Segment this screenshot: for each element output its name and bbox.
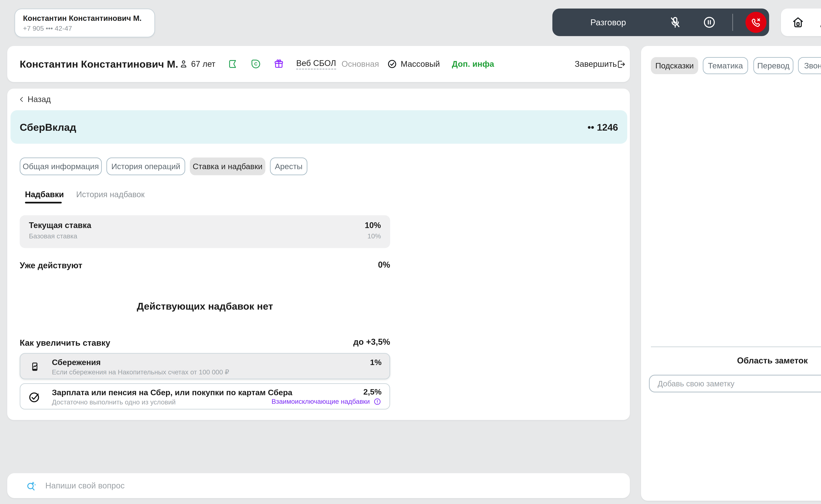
hold-call-button[interactable] — [702, 15, 717, 30]
deposit-details-card: Назад СберВклад •• 1246 Общая информация… — [7, 89, 630, 420]
tab-arrests[interactable]: Аресты — [270, 157, 307, 175]
c-badge-icon[interactable]: C — [250, 58, 262, 70]
call-control-panel: Разговор — [552, 9, 769, 36]
subtab-bonuses[interactable]: Надбавки — [25, 190, 64, 199]
back-button[interactable] — [18, 95, 26, 103]
profile-button[interactable] — [817, 15, 821, 30]
customer-phone: +7 905 ••• 42-47 — [23, 25, 72, 32]
notes-title: Область заметок — [651, 356, 821, 365]
increase-rate-max-value: до +3,5% — [325, 337, 390, 347]
info-icon[interactable] — [373, 397, 382, 406]
assistant-tab-topic[interactable]: Тематика — [703, 57, 748, 74]
client-segment: Массовый — [401, 46, 440, 82]
assistant-tab-hints[interactable]: Подсказки — [651, 57, 698, 74]
salary-check-circle-icon — [28, 390, 41, 404]
active-bonuses-label: Уже действуют — [20, 261, 82, 270]
gift-badge-icon[interactable] — [273, 58, 284, 70]
phone-hangup-icon — [750, 16, 762, 29]
active-customer-card[interactable]: Константин Константинович М. +7 905 ••• … — [14, 9, 155, 37]
segment-check-icon — [387, 59, 397, 69]
bonus-option-savings[interactable]: Сбережения Если сбережения на Накопитель… — [20, 353, 390, 379]
deposit-title: СберВклад — [20, 121, 76, 133]
note-input-box[interactable]: 0 / 30 — [649, 375, 821, 392]
call-line-label: Основная — [342, 46, 379, 82]
flag-badge-icon[interactable] — [227, 58, 239, 70]
note-input[interactable] — [656, 378, 821, 389]
finish-call-button[interactable]: Завершить — [575, 46, 617, 82]
tab-rate-and-bonuses[interactable]: Ставка и надбавки — [190, 157, 265, 175]
chevron-left-icon — [18, 95, 26, 103]
logout-icon[interactable] — [615, 59, 626, 70]
savings-chart-icon — [29, 361, 41, 373]
base-rate-value: 10% — [368, 232, 381, 240]
assistant-tab-call[interactable]: Звонок — [798, 57, 821, 74]
current-rate-value: 10% — [365, 221, 381, 230]
ai-question-bar[interactable] — [7, 473, 630, 498]
top-navigation-pill — [781, 9, 821, 36]
person-icon — [817, 15, 821, 30]
tab-general-info[interactable]: Общая информация — [20, 157, 102, 175]
tab-operations-history[interactable]: История операций — [106, 157, 185, 175]
back-label[interactable]: Назад — [28, 95, 51, 104]
home-icon — [791, 15, 805, 30]
pause-circle-icon — [702, 15, 717, 30]
client-name: Константин Константинович М. — [20, 46, 178, 82]
notes-divider — [651, 347, 821, 347]
deposit-masked-number: •• 1246 — [587, 122, 618, 133]
microphone-off-icon — [668, 15, 683, 30]
bonus-option-salary[interactable]: Зарплата или пенсия на Сбер, или покупки… — [20, 383, 390, 409]
subtab-bonus-history[interactable]: История надбавок — [76, 190, 144, 199]
subtab-active-underline — [25, 202, 62, 203]
increase-rate-label: Как увеличить ставку — [20, 338, 110, 348]
ai-search-icon — [25, 479, 37, 492]
no-bonuses-message: Действующих надбавок нет — [20, 301, 390, 312]
current-rate-label: Текущая ставка — [29, 221, 91, 230]
call-status-label: Разговор — [579, 9, 638, 36]
active-bonuses-value: 0% — [348, 260, 390, 270]
mutually-exclusive-note[interactable]: Взаимоисключающие надбавки — [272, 398, 370, 405]
svg-text:C: C — [254, 62, 257, 66]
client-age: 67 лет — [191, 46, 216, 82]
question-input[interactable] — [44, 480, 630, 491]
current-rate-card: Текущая ставка 10% Базовая ставка 10% — [20, 215, 390, 248]
customer-name: Константин Константинович М. — [23, 14, 141, 23]
base-rate-label: Базовая ставка — [29, 232, 77, 240]
deposit-title-banner: СберВклад •• 1246 — [11, 110, 627, 144]
age-person-icon — [179, 59, 188, 69]
home-button[interactable] — [791, 15, 805, 30]
assistant-panel: Подсказки Тематика Перевод Звонок Чат Об… — [641, 46, 821, 501]
client-header-card: Константин Константинович М. 67 лет C Ве… — [7, 46, 630, 82]
call-panel-divider — [732, 14, 733, 31]
assistant-tab-transfer[interactable]: Перевод — [753, 57, 793, 74]
end-call-button[interactable] — [746, 12, 767, 33]
app-window: Константин Константинович М. +7 905 ••• … — [0, 0, 821, 504]
mute-microphone-button[interactable] — [668, 15, 683, 30]
extra-info-link[interactable]: Доп. инфа — [452, 46, 494, 82]
client-channel[interactable]: Веб СБОЛ — [296, 46, 336, 82]
